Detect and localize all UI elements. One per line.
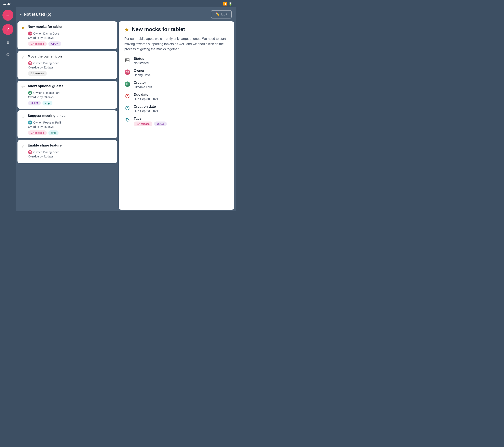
creator-field-icon: LL: [124, 81, 130, 87]
creator-value: Likeable Lark: [134, 85, 152, 89]
owner-detail-avatar: DD: [125, 70, 130, 75]
detail-duedate-field: Due date Due Sep 30, 2021: [124, 93, 228, 101]
tag-3-1[interactable]: eng: [42, 101, 53, 106]
owner-row-5: DD Owner: Daring Dove: [28, 150, 113, 154]
tag-4-1[interactable]: eng: [48, 130, 58, 135]
task-card-2[interactable]: ☆ Move the owner icon DD Owner: Daring D…: [18, 51, 117, 79]
detail-creator-field: LL Creator Likeable Lark: [124, 81, 228, 89]
task-meta-4: PP Owner: Peaceful Puffin Overdue by 26 …: [21, 121, 113, 135]
inbox-button[interactable]: ⬇: [3, 38, 12, 47]
owner-row-1: DD Owner: Daring Dove: [28, 32, 113, 36]
inbox-icon: ⬇: [6, 40, 10, 45]
task-detail-panel: ★ New mocks for tablet For our mobile ap…: [119, 21, 234, 210]
status-label: Status: [134, 57, 148, 61]
star-icon-1[interactable]: ★: [21, 25, 25, 30]
task-title-5: Enable share feature: [28, 143, 62, 148]
status-icons: 📶 🔋: [223, 2, 233, 6]
creationdate-value: Due Sep 23, 2021: [134, 109, 158, 113]
star-icon-4[interactable]: ☆: [21, 114, 25, 119]
svg-rect-1: [126, 59, 127, 61]
battery-icon: 🔋: [228, 2, 233, 6]
owner-field-icon: DD: [124, 69, 130, 75]
task-header-4: ☆ Suggest meeting times: [21, 114, 113, 119]
tag-3-0[interactable]: UI/UX: [28, 101, 41, 106]
task-title-4: Suggest meeting times: [28, 114, 65, 118]
owner-name-4: Owner: Peaceful Puffin: [33, 121, 62, 124]
owner-name-1: Owner: Daring Dove: [33, 32, 59, 35]
tag-1-1[interactable]: UI/UX: [48, 41, 61, 46]
star-icon-3[interactable]: ☆: [21, 84, 25, 89]
task-title-2: Move the owner icon: [28, 54, 62, 59]
owner-value: Daring Dove: [134, 73, 151, 77]
owner-name-2: Owner: Daring Dove: [33, 62, 59, 65]
owner-avatar-5: DD: [28, 150, 32, 154]
task-meta-2: DD Owner: Daring Dove Overdue by 32 days…: [21, 61, 113, 76]
content-header: ▾ Not started (5) ✏️ Edit: [16, 7, 236, 21]
overdue-3: Overdue by 33 days: [28, 95, 113, 99]
owner-name-5: Owner: Daring Dove: [33, 151, 59, 154]
svg-point-7: [126, 119, 127, 120]
panels: ★ New mocks for tablet DD Owner: Daring …: [16, 21, 236, 211]
section-title: Not started (5): [24, 12, 52, 17]
task-header-3: ☆ Allow optional guests: [21, 84, 113, 89]
owner-avatar-4: PP: [28, 121, 32, 125]
owner-row-3: LL Owner: Likeable Lark: [28, 91, 113, 95]
tags-4: 2.4 release eng: [28, 130, 113, 135]
owner-name-3: Owner: Likeable Lark: [33, 91, 60, 94]
svg-rect-2: [127, 60, 128, 61]
plus-icon: +: [6, 12, 10, 18]
creator-content: Creator Likeable Lark: [134, 81, 152, 89]
overdue-5: Overdue by 41 days: [28, 155, 113, 158]
detail-status-field: Status Not started: [124, 57, 228, 65]
detail-tag-1[interactable]: UI/UX: [154, 122, 167, 126]
task-header-2: ☆ Move the owner icon: [21, 54, 113, 60]
edit-label: Edit: [221, 12, 227, 17]
owner-label: Owner: [134, 69, 151, 73]
detail-description: For our mobile apps, we currently only t…: [124, 36, 228, 52]
collapse-chevron[interactable]: ▾: [20, 12, 22, 17]
detail-tag-0[interactable]: 2.4 release: [134, 122, 152, 126]
task-card-1[interactable]: ★ New mocks for tablet DD Owner: Daring …: [18, 21, 117, 49]
check-icon: ✓: [6, 27, 10, 32]
creationdate-label: Creation date: [134, 105, 158, 109]
task-card-4[interactable]: ☆ Suggest meeting times PP Owner: Peacef…: [18, 110, 117, 138]
edit-button[interactable]: ✏️ Edit: [211, 10, 232, 18]
detail-title: New mocks for tablet: [132, 26, 185, 33]
task-meta-5: DD Owner: Daring Dove Overdue by 41 days: [21, 150, 113, 160]
app-layout: + ✓ ⬇ ⚙ ▾ Not started (5) ✏️ Edit: [0, 7, 236, 211]
overdue-1: Overdue by 24 days: [28, 36, 113, 39]
task-title-3: Allow optional guests: [28, 84, 63, 88]
task-card-5[interactable]: ☆ Enable share feature DD Owner: Daring …: [18, 140, 117, 163]
task-title-1: New mocks for tablet: [28, 25, 62, 29]
owner-row-2: DD Owner: Daring Dove: [28, 61, 113, 65]
tasks-button[interactable]: ✓: [2, 24, 13, 35]
tags-label: Tags: [134, 117, 167, 121]
star-icon-2[interactable]: ☆: [21, 55, 25, 60]
overdue-4: Overdue by 26 days: [28, 125, 113, 128]
tags-1: 2.4 release UI/UX: [28, 41, 113, 46]
owner-avatar-2: DD: [28, 61, 32, 65]
svg-rect-3: [128, 60, 129, 61]
detail-creationdate-field: Creation date Due Sep 23, 2021: [124, 105, 228, 113]
status-value: Not started: [134, 61, 148, 65]
tag-1-0[interactable]: 2.4 release: [28, 41, 47, 46]
task-meta-1: DD Owner: Daring Dove Overdue by 24 days…: [21, 32, 113, 46]
detail-tags-row: 2.4 release UI/UX: [134, 122, 167, 126]
owner-row-4: PP Owner: Peaceful Puffin: [28, 121, 113, 125]
star-icon-5[interactable]: ☆: [21, 144, 25, 149]
tag-2-0[interactable]: 2.3 release: [28, 71, 47, 76]
task-meta-3: LL Owner: Likeable Lark Overdue by 33 da…: [21, 91, 113, 106]
overdue-2: Overdue by 32 days: [28, 66, 113, 69]
owner-avatar-1: DD: [28, 32, 32, 36]
owner-avatar-3: LL: [28, 91, 32, 95]
task-card-3[interactable]: ☆ Allow optional guests LL Owner: Likeab…: [18, 81, 117, 109]
tag-4-0[interactable]: 2.4 release: [28, 130, 47, 135]
tags-3: UI/UX eng: [28, 101, 113, 106]
creator-label: Creator: [134, 81, 152, 85]
sidebar: + ✓ ⬇ ⚙: [0, 7, 16, 211]
tags-2: 2.3 release: [28, 71, 113, 76]
settings-button[interactable]: ⚙: [3, 50, 12, 59]
create-button[interactable]: +: [2, 10, 13, 21]
task-header-5: ☆ Enable share feature: [21, 143, 113, 149]
detail-star-icon[interactable]: ★: [124, 27, 129, 33]
